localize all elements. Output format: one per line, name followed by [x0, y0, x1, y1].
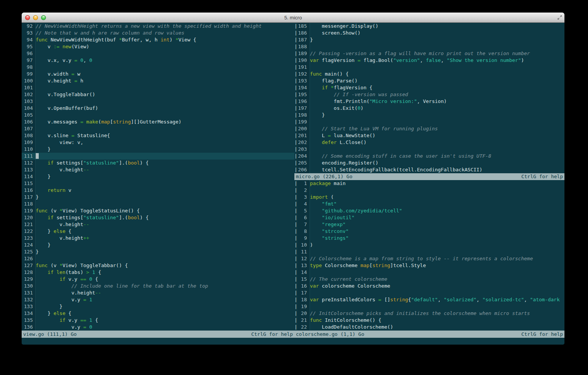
line-number: 128 [22, 269, 36, 276]
code-line[interactable]: 124 } [22, 242, 294, 248]
code-area-micro-go[interactable]: |185 messenger.Display()|186 screen.Show… [294, 23, 564, 173]
code-line[interactable]: |3import ( [294, 194, 564, 201]
code-line[interactable]: 121 v.height-- [22, 221, 294, 228]
code-line[interactable]: |202 defer L.Close() [294, 139, 564, 146]
code-line[interactable]: |12// Colorscheme is a map from string t… [294, 255, 564, 262]
code-line[interactable]: 112 if settings["statusline"].(bool) { [22, 160, 294, 166]
code-line[interactable]: 117} [22, 194, 294, 201]
code-line[interactable]: 111 [22, 153, 294, 160]
code-line[interactable]: |8 "strconv" [294, 228, 564, 235]
code-line[interactable]: 133 } [22, 303, 294, 310]
resize-icon[interactable] [557, 15, 562, 20]
code-line[interactable]: 98 [22, 64, 294, 71]
command-message-line[interactable] [22, 338, 564, 345]
zoom-button[interactable] [41, 15, 46, 20]
code-line[interactable]: 116 return v [22, 187, 294, 194]
code-line[interactable]: |195 // If -version was passed [294, 91, 564, 98]
code-line[interactable]: |199 [294, 119, 564, 125]
code-line[interactable]: |9 "strings" [294, 235, 564, 242]
code-line[interactable]: |6 "io/ioutil" [294, 214, 564, 221]
code-line[interactable]: |205 encoding.Register() [294, 160, 564, 166]
code-line[interactable]: |21func InitColorscheme() { [294, 317, 564, 324]
code-line[interactable]: |192func main() { [294, 71, 564, 78]
code-line[interactable]: 114 } [22, 173, 294, 180]
code-line[interactable]: |206 tcell.SetEncodingFallback(tcell.Enc… [294, 166, 564, 173]
code-line[interactable]: |191 [294, 64, 564, 71]
code-line[interactable]: |196 fmt.Println("Micro version:", Versi… [294, 98, 564, 105]
code-line[interactable]: 100 v.height = h [22, 78, 294, 84]
code-line[interactable]: 101 [22, 84, 294, 91]
code-line[interactable]: 94func NewViewWidthHeight(buf *Buffer, w… [22, 36, 294, 43]
code-line[interactable]: 102 v.ToggleTabbar() [22, 91, 294, 98]
code-line[interactable]: |201 L = lua.NewState() [294, 132, 564, 139]
code-line[interactable]: 106 v.messages = make(map[string][]Gutte… [22, 119, 294, 125]
code-line[interactable]: |187} [294, 36, 564, 43]
code-line[interactable]: 134 } else { [22, 310, 294, 317]
code-line[interactable]: |204 // Some encoding stuff in case the … [294, 153, 564, 160]
code-line[interactable]: |14 [294, 269, 564, 276]
code-line[interactable]: 127func (v *View) ToggleTabbar() { [22, 262, 294, 269]
code-line[interactable]: |1package main [294, 180, 564, 187]
code-line[interactable]: |18var preInstalledColors = []string{"de… [294, 296, 564, 303]
close-button[interactable] [25, 15, 30, 20]
code-area-colorscheme-go[interactable]: |1package main|2|3import (|4 "fmt"|5 "gi… [294, 180, 564, 331]
code-line[interactable]: |2 [294, 187, 564, 194]
code-line[interactable]: 125} [22, 248, 294, 255]
code-line[interactable]: 115 [22, 180, 294, 187]
code-line[interactable]: 93// Note that w and h are raw column an… [22, 30, 294, 36]
code-line[interactable]: |16var colorscheme Colorscheme [294, 283, 564, 290]
code-line[interactable]: 128 if len(tabs) > 1 { [22, 269, 294, 276]
code-line[interactable]: 92// NewViewWidthHeight returns a new vi… [22, 23, 294, 30]
code-line[interactable]: |17 [294, 290, 564, 296]
code-line[interactable]: 118 [22, 201, 294, 207]
code-line[interactable]: 129 if v.y == 0 { [22, 276, 294, 283]
code-line[interactable]: |20// InitColorscheme picks and initiali… [294, 310, 564, 317]
code-line[interactable]: |190var flagVersion = flag.Bool("version… [294, 57, 564, 64]
code-line[interactable]: 113 v.height-- [22, 166, 294, 173]
code-line[interactable]: 131 v.height-- [22, 290, 294, 296]
code-line[interactable]: |11 [294, 248, 564, 255]
code-line[interactable]: |193 flag.Parse() [294, 78, 564, 84]
code-line[interactable]: 130 // Include one line for the tab bar … [22, 283, 294, 290]
code-area-view-go[interactable]: 92// NewViewWidthHeight returns a new vi… [22, 23, 294, 331]
code-line[interactable]: |5 "github.com/zyedidia/tcell" [294, 207, 564, 214]
code-line[interactable]: 132 v.y = 1 [22, 296, 294, 303]
titlebar[interactable]: 5. micro [22, 13, 564, 23]
code-line[interactable]: 95 v := new(View) [22, 43, 294, 50]
code-line[interactable]: 109 view: v, [22, 139, 294, 146]
code-line[interactable]: |4 "fmt" [294, 201, 564, 207]
code-line[interactable]: |188 [294, 43, 564, 50]
minimize-button[interactable] [33, 15, 38, 20]
code-line[interactable]: |15// The current colorscheme [294, 276, 564, 283]
code-line[interactable]: |203 [294, 146, 564, 153]
code-line[interactable]: 108 v.sline = Statusline{ [22, 132, 294, 139]
code-line[interactable]: |13type Colorscheme map[string]tcell.Sty… [294, 262, 564, 269]
code-line[interactable]: 123 v.height++ [22, 235, 294, 242]
code-line[interactable]: |10) [294, 242, 564, 248]
code-line[interactable]: 96 [22, 50, 294, 57]
code-line[interactable]: |22 LoadDefaultColorscheme() [294, 324, 564, 331]
code-line[interactable]: 119func (v *View) ToggleStatusLine() { [22, 207, 294, 214]
code-line[interactable]: |194 if *flagVersion { [294, 84, 564, 91]
code-line[interactable]: |185 messenger.Display() [294, 23, 564, 30]
code-line[interactable]: 126 [22, 255, 294, 262]
code-line[interactable]: 97 v.x, v.y = 0, 0 [22, 57, 294, 64]
code-line[interactable]: |186 screen.Show() [294, 30, 564, 36]
code-line[interactable]: 122 } else { [22, 228, 294, 235]
code-line[interactable]: |189// Passing -version as a flag will h… [294, 50, 564, 57]
code-line[interactable]: 105 [22, 112, 294, 119]
code-line[interactable]: 99 v.width = w [22, 71, 294, 78]
code-line[interactable]: |19 [294, 303, 564, 310]
code-line[interactable]: 107 [22, 125, 294, 132]
code-line[interactable]: |198 } [294, 112, 564, 119]
code-line[interactable]: |200 // Start the Lua VM for running plu… [294, 125, 564, 132]
code-line[interactable]: |7 "regexp" [294, 221, 564, 228]
code-line[interactable]: 104 v.OpenBuffer(buf) [22, 105, 294, 112]
code-line[interactable]: 120 if settings["statusline"].(bool) { [22, 214, 294, 221]
line-number: 193 [297, 78, 310, 84]
code-line[interactable]: 136 v.y = 0 [22, 324, 294, 331]
code-line[interactable]: |197 os.Exit(0) [294, 105, 564, 112]
code-line[interactable]: 110 } [22, 146, 294, 153]
code-line[interactable]: 103 [22, 98, 294, 105]
code-line[interactable]: 135 if v.y == 1 { [22, 317, 294, 324]
